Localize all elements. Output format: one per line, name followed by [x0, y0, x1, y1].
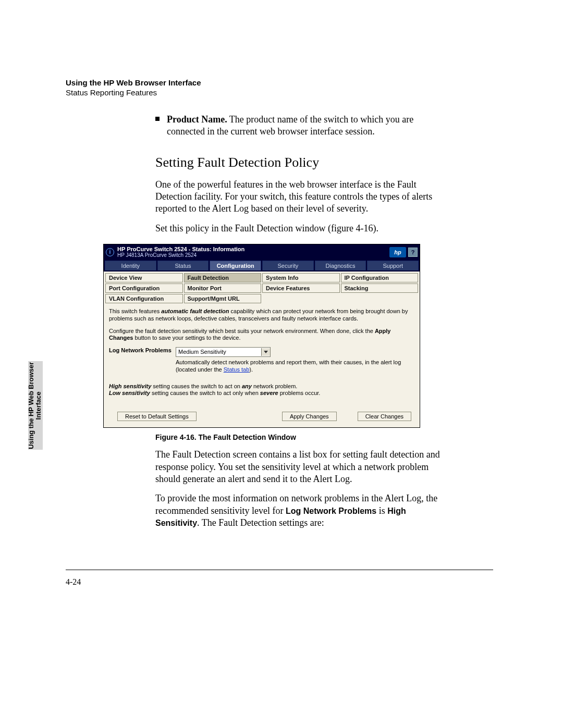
subtab-fault-detection[interactable]: Fault Detection: [184, 273, 262, 282]
figure-paragraph: This switch features automatic fault det…: [109, 308, 414, 323]
hp-logo-icon: hp: [389, 247, 406, 257]
tab-diagnostics[interactable]: Diagnostics: [315, 261, 366, 270]
bullet-item: Product Name. The product name of the sw…: [155, 114, 447, 138]
subtab-device-view[interactable]: Device View: [105, 273, 183, 282]
body-paragraph: Set this policy in the Fault Detection w…: [155, 223, 447, 235]
tab-identity[interactable]: Identity: [105, 261, 156, 270]
subtab-system-info[interactable]: System Info: [262, 273, 340, 282]
subtab-device-features[interactable]: Device Features: [262, 283, 340, 293]
sensitivity-description: Automatically detect network problems an…: [176, 359, 414, 374]
nav-tabs: Identity Status Configuration Security D…: [104, 261, 420, 272]
subtab-monitor-port[interactable]: Monitor Port: [184, 283, 262, 293]
chevron-down-icon[interactable]: [261, 348, 270, 356]
sensitivity-dropdown[interactable]: Medium Sensitivity: [176, 347, 271, 357]
help-icon[interactable]: ?: [408, 248, 418, 257]
subtab-stacking[interactable]: Stacking: [341, 283, 419, 293]
square-bullet-icon: [155, 117, 160, 121]
running-head-section: Status Reporting Features: [66, 88, 493, 97]
info-icon: i: [106, 248, 114, 256]
tab-security[interactable]: Security: [262, 261, 314, 270]
footer-rule: [66, 570, 493, 570]
body-paragraph: One of the powerful features in the web …: [155, 179, 447, 215]
log-network-problems-label: Log Network Problems: [109, 347, 172, 354]
side-tab-label: Using the HP Web Browser Interface: [28, 362, 43, 449]
tab-status[interactable]: Status: [157, 261, 209, 270]
apply-changes-button[interactable]: Apply Changes: [282, 412, 337, 421]
sensitivity-value: Medium Sensitivity: [176, 349, 228, 356]
page-content: Using the HP Web Browser Interface Statu…: [66, 78, 493, 529]
status-tab-link[interactable]: Status tab: [224, 366, 250, 373]
sensitivity-note-high: High sensitivity setting causes the swit…: [109, 383, 414, 390]
side-tab: Using the HP Web Browser Interface: [28, 361, 43, 450]
subtab-port-configuration[interactable]: Port Configuration: [105, 283, 183, 293]
window-subtitle: HP J4813A ProCurve Switch 2524: [117, 252, 244, 258]
tab-support[interactable]: Support: [367, 261, 419, 270]
subtab-vlan-configuration[interactable]: VLAN Configuration: [105, 294, 183, 303]
subtab-support-mgmt-url[interactable]: Support/Mgmt URL: [184, 294, 262, 303]
figure-caption: Figure 4-16. The Fault Detection Window: [155, 433, 420, 441]
subtab-grid: Device View Fault Detection System Info …: [104, 272, 420, 305]
figure-fault-detection-window: i HP ProCurve Switch 2524 - Status: Info…: [103, 244, 420, 428]
subtab-ip-configuration[interactable]: IP Configuration: [341, 273, 419, 282]
window-titlebar: i HP ProCurve Switch 2524 - Status: Info…: [104, 244, 420, 261]
bullet-text: Product Name. The product name of the sw…: [167, 114, 447, 138]
running-head-chapter: Using the HP Web Browser Interface: [66, 78, 493, 87]
section-heading: Setting Fault Detection Policy: [155, 154, 447, 171]
tab-configuration[interactable]: Configuration: [210, 261, 261, 270]
clear-changes-button[interactable]: Clear Changes: [358, 412, 411, 421]
reset-defaults-button[interactable]: Reset to Default Settings: [117, 412, 197, 421]
window-title: HP ProCurve Switch 2524 - Status: Inform…: [117, 246, 244, 252]
body-paragraph: The Fault Detection screen contains a li…: [155, 449, 447, 485]
body-paragraph: To provide the most information on netwo…: [155, 492, 447, 529]
sensitivity-note-low: Low sensitivity setting causes the switc…: [109, 390, 414, 397]
figure-paragraph: Configure the fault detection sensitivit…: [109, 328, 414, 342]
page-number: 4-24: [66, 577, 81, 587]
